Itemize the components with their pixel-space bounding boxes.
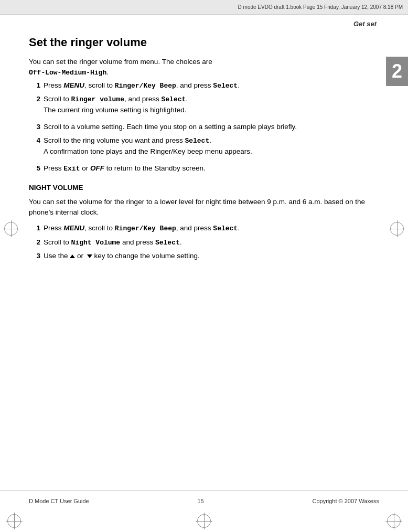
step-1-1: 1 Press MENU, scroll to Ringer/Key Beep,… bbox=[29, 80, 371, 91]
intro-line1: You can set the ringer volume from menu.… bbox=[29, 58, 212, 66]
step-1-4: 4 Scroll to the ring volume you want and… bbox=[29, 135, 371, 160]
down-arrow-icon bbox=[87, 254, 92, 258]
chapter-number: 2 bbox=[392, 60, 402, 82]
page-header: Get set bbox=[353, 20, 377, 28]
top-bar-text: D mode EVDO draft 1.book Page 15 Friday,… bbox=[238, 4, 403, 10]
night-volume-heading: NIGHT VOLUME bbox=[29, 184, 371, 191]
step-content: Use the or key to change the volume sett… bbox=[44, 251, 371, 261]
step-2-1: 1 Press MENU, scroll to Ringer/Key Beep,… bbox=[29, 223, 371, 234]
reg-mark-bot-right bbox=[387, 514, 401, 528]
select-word: Select bbox=[185, 137, 209, 145]
step-content: Press Exit or OFF to return to the Stand… bbox=[44, 163, 371, 174]
ringer-key-beep-2: Ringer/Key Beep bbox=[115, 225, 176, 232]
reg-mark-bot-left bbox=[7, 514, 21, 528]
menu-word: MENU bbox=[63, 224, 84, 232]
menu-word: MENU bbox=[63, 81, 84, 89]
up-arrow-icon bbox=[70, 254, 75, 258]
step-1-2-indent: The current ring volume setting is highl… bbox=[44, 105, 371, 115]
page: Get set 2 Set the ringer volume You can … bbox=[0, 15, 408, 511]
step-num: 5 bbox=[29, 163, 40, 174]
section2-steps: 1 Press MENU, scroll to Ringer/Key Beep,… bbox=[29, 223, 371, 261]
chapter-tab: 2 bbox=[386, 57, 408, 86]
step-num: 4 bbox=[29, 135, 40, 146]
ringer-volume: Ringer volume bbox=[71, 95, 124, 103]
main-content: Set the ringer volume You can set the ri… bbox=[29, 36, 371, 511]
step-1-2: 2 Scroll to Ringer volume, and press Sel… bbox=[29, 94, 371, 119]
select-word: Select bbox=[155, 239, 180, 247]
footer-left: D Mode CT User Guide bbox=[29, 498, 89, 504]
top-bar: D mode EVDO draft 1.book Page 15 Friday,… bbox=[0, 0, 408, 15]
step-num: 3 bbox=[29, 251, 40, 261]
section1-steps: 1 Press MENU, scroll to Ringer/Key Beep,… bbox=[29, 80, 371, 174]
step-2-2: 2 Scroll to Night Volume and press Selec… bbox=[29, 237, 371, 248]
step-content: Press MENU, scroll to Ringer/Key Beep, a… bbox=[44, 80, 371, 91]
step-content: Scroll to a volume setting. Each time yo… bbox=[44, 122, 371, 132]
select-word: Select bbox=[162, 95, 186, 103]
night-volume: Night Volume bbox=[71, 239, 121, 247]
step-num: 1 bbox=[29, 80, 40, 91]
step-content: Scroll to Ringer volume, and press Selec… bbox=[44, 94, 371, 105]
step-2-3: 3 Use the or key to change the volume se… bbox=[29, 251, 371, 261]
step-content: Scroll to Night Volume and press Select. bbox=[44, 237, 371, 248]
footer-center: 15 bbox=[197, 498, 203, 504]
choices-text: Off-Low-Medium-High bbox=[29, 69, 106, 77]
step-num: 2 bbox=[29, 94, 40, 105]
reg-mark-mid-left bbox=[4, 222, 18, 236]
select-word: Select bbox=[213, 82, 238, 90]
intro-text: You can set the ringer volume from menu.… bbox=[29, 57, 371, 78]
ringer-key-beep: Ringer/Key Beep bbox=[115, 82, 176, 90]
page-title: Set the ringer volume bbox=[29, 36, 371, 49]
exit-word: Exit bbox=[63, 165, 80, 173]
reg-mark-bot-center bbox=[197, 514, 211, 528]
footer-right: Copyright © 2007 Waxess bbox=[312, 498, 379, 504]
night-intro: You can set the volume for the ringer to… bbox=[29, 197, 371, 218]
step-1-4-indent: A confirmation tone plays and the Ringer… bbox=[44, 146, 371, 157]
select-word: Select bbox=[213, 225, 238, 232]
step-1-5: 5 Press Exit or OFF to return to the Sta… bbox=[29, 163, 371, 174]
reg-mark-mid-right bbox=[390, 222, 404, 236]
step-content: Press MENU, scroll to Ringer/Key Beep, a… bbox=[44, 223, 371, 234]
step-num: 2 bbox=[29, 237, 40, 248]
header-title: Get set bbox=[353, 20, 377, 28]
step-1-3: 3 Scroll to a volume setting. Each time … bbox=[29, 122, 371, 132]
step-num: 1 bbox=[29, 223, 40, 234]
step-num: 3 bbox=[29, 122, 40, 132]
footer: D Mode CT User Guide 15 Copyright © 2007… bbox=[0, 490, 408, 511]
off-word: OFF bbox=[90, 164, 104, 172]
step-content: Scroll to the ring volume you want and p… bbox=[44, 135, 371, 146]
